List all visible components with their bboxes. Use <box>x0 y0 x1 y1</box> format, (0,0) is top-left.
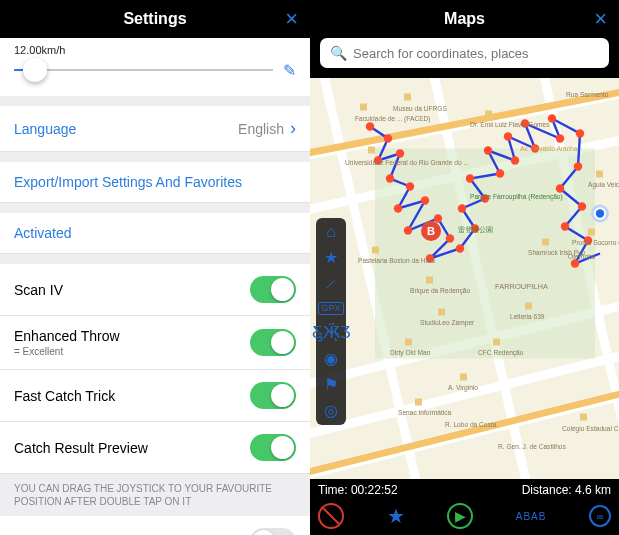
svg-point-19 <box>421 196 429 204</box>
distance-label: Distance: 4.6 km <box>522 483 611 497</box>
scan-iv-row: Scan IV <box>0 264 310 316</box>
pokeball-icon[interactable]: ◉ <box>324 351 338 367</box>
butterfly-icon[interactable]: Ƹ̵̡Ӝ̵̨̄Ʒ <box>312 325 351 341</box>
svg-point-22 <box>446 234 454 242</box>
hide-joystick-toggle[interactable] <box>250 528 296 535</box>
slider-knob[interactable] <box>23 58 47 82</box>
maps-header: Maps × <box>310 0 619 38</box>
svg-point-41 <box>561 222 569 230</box>
svg-text:CFC Redenção: CFC Redenção <box>478 349 524 357</box>
svg-text:Oterrinho: Oterrinho <box>568 253 596 260</box>
map-canvas[interactable]: Faculdade de ... (FACED) Museu da UFRGS … <box>310 78 619 479</box>
catch-result-row: Catch Result Preview <box>0 422 310 474</box>
loop-button[interactable]: ∞ <box>589 505 611 527</box>
svg-point-30 <box>484 146 492 154</box>
svg-text:雷登陵公園: 雷登陵公園 <box>458 226 493 233</box>
svg-point-29 <box>496 169 504 177</box>
svg-point-26 <box>458 204 466 212</box>
speed-value: 12.00km/h <box>14 44 296 56</box>
abab-label[interactable]: ABAB <box>516 511 547 522</box>
map-toolbar: ⌂ ★ ⟋ GPX Ƹ̵̡Ӝ̵̨̄Ʒ ◉ ⚑ ◎ <box>316 218 346 425</box>
home-icon[interactable]: ⌂ <box>326 224 336 240</box>
route-icon[interactable]: ⟋ <box>323 276 339 292</box>
svg-text:Pronto Socorro de Porto...: Pronto Socorro de Porto... <box>572 239 619 246</box>
maps-panel: Maps × 🔍 <box>310 0 619 535</box>
map-footer: Time: 00:22:52 Distance: 4.6 km ★ ▶ ABAB… <box>310 479 619 535</box>
svg-rect-55 <box>596 171 603 178</box>
svg-point-12 <box>366 122 374 130</box>
svg-rect-81 <box>542 239 549 246</box>
search-icon: 🔍 <box>330 45 347 61</box>
stop-button[interactable] <box>318 503 344 529</box>
play-button[interactable]: ▶ <box>447 503 473 529</box>
svg-point-37 <box>576 129 584 137</box>
svg-text:Colégio Estadual Cristóvão...: Colégio Estadual Cristóvão... <box>562 425 619 433</box>
fast-catch-toggle[interactable] <box>250 382 296 409</box>
svg-text:R. Gen. J. de Castilhos: R. Gen. J. de Castilhos <box>498 443 567 450</box>
close-icon[interactable]: × <box>285 6 298 32</box>
map-marker-b[interactable]: B <box>421 221 441 241</box>
activated-row[interactable]: Activated <box>0 213 310 254</box>
svg-point-20 <box>404 226 412 234</box>
svg-point-18 <box>394 204 402 212</box>
svg-text:Faculdade de ... (FACED): Faculdade de ... (FACED) <box>355 115 431 123</box>
catch-result-toggle[interactable] <box>250 434 296 461</box>
settings-title: Settings <box>123 10 186 28</box>
svg-text:Universidade Federal do Rio Gr: Universidade Federal do Rio Grande do ..… <box>345 159 469 166</box>
chevron-right-icon: › <box>290 118 296 139</box>
time-label: Time: 00:22:52 <box>318 483 398 497</box>
svg-text:Rua Sarmento: Rua Sarmento <box>566 91 609 98</box>
target-icon[interactable]: ◎ <box>324 403 338 419</box>
svg-point-15 <box>396 149 404 157</box>
flag-icon[interactable]: ⚑ <box>324 377 338 393</box>
search-input[interactable] <box>353 46 599 61</box>
svg-point-17 <box>406 182 414 190</box>
enhanced-throw-toggle[interactable] <box>250 329 296 356</box>
enhanced-throw-row: Enhanced Throw = Excellent <box>0 316 310 370</box>
speed-slider[interactable] <box>14 60 273 80</box>
svg-point-45 <box>595 208 605 218</box>
svg-point-24 <box>456 244 464 252</box>
maps-title: Maps <box>444 10 485 28</box>
search-bar: 🔍 <box>310 38 619 78</box>
gpx-icon[interactable]: GPX <box>318 302 343 315</box>
svg-point-40 <box>578 202 586 210</box>
star-icon[interactable]: ★ <box>324 250 338 266</box>
export-import-row[interactable]: Export/Import Settings And Favorites <box>0 162 310 203</box>
svg-rect-79 <box>588 229 595 236</box>
svg-text:Parque Farroupilha (Redenção): Parque Farroupilha (Redenção) <box>470 193 563 201</box>
svg-point-43 <box>571 259 579 267</box>
svg-rect-52 <box>485 111 492 118</box>
svg-text:Senac Informática: Senac Informática <box>398 409 451 416</box>
svg-point-16 <box>386 174 394 182</box>
settings-header: Settings × <box>0 0 310 38</box>
svg-text:Museu da UFRGS: Museu da UFRGS <box>393 105 447 112</box>
settings-panel: Settings × 12.00km/h ✎ Language English›… <box>0 0 310 535</box>
svg-rect-73 <box>415 399 422 406</box>
fast-catch-row: Fast Catch Trick <box>0 370 310 422</box>
svg-rect-60 <box>426 277 433 284</box>
svg-text:Pastelaria Boston da Hora: Pastelaria Boston da Hora <box>358 257 435 264</box>
language-row[interactable]: Language English› <box>0 106 310 152</box>
svg-point-35 <box>556 134 564 142</box>
svg-rect-63 <box>438 309 445 316</box>
svg-rect-50 <box>368 147 375 154</box>
favorite-icon[interactable]: ★ <box>387 504 405 528</box>
pencil-icon[interactable]: ✎ <box>283 61 296 80</box>
svg-rect-46 <box>360 104 367 111</box>
svg-rect-58 <box>372 247 379 254</box>
svg-rect-69 <box>493 339 500 346</box>
svg-text:Leiteria 639: Leiteria 639 <box>510 313 545 320</box>
svg-rect-71 <box>460 374 467 381</box>
close-icon[interactable]: × <box>594 6 607 32</box>
scan-iv-toggle[interactable] <box>250 276 296 303</box>
joystick-note: YOU CAN DRAG THE JOYSTICK TO YOUR FAVOUR… <box>0 474 310 516</box>
speed-section: 12.00km/h ✎ <box>0 38 310 96</box>
svg-point-28 <box>466 174 474 182</box>
svg-rect-67 <box>405 339 412 346</box>
svg-point-32 <box>504 132 512 140</box>
svg-point-38 <box>574 162 582 170</box>
svg-rect-76 <box>580 414 587 421</box>
svg-rect-48 <box>404 94 411 101</box>
svg-point-13 <box>384 134 392 142</box>
